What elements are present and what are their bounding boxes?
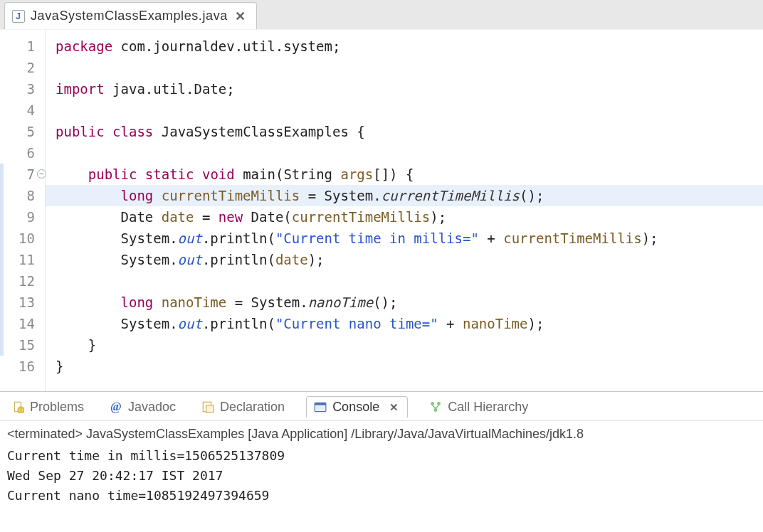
svg-rect-4 [206, 405, 214, 413]
java-file-icon: J [12, 10, 25, 23]
javadoc-icon: @ [110, 400, 122, 413]
problems-icon: ! [11, 400, 24, 413]
line-number: 6 [0, 142, 45, 164]
tab-call-hierarchy[interactable]: Call Hierarchy [425, 397, 532, 417]
tab-label: Console [332, 400, 379, 415]
code-line[interactable]: System.out.println("Current time in mill… [56, 228, 763, 249]
line-number: 15 [0, 334, 45, 356]
code-line[interactable] [56, 57, 763, 78]
code-line[interactable]: long currentTimeMillis = System.currentT… [46, 185, 763, 206]
code-line[interactable] [56, 100, 763, 121]
code-line[interactable]: } [56, 334, 763, 356]
line-number: 3 [0, 78, 45, 100]
code-line[interactable] [56, 270, 763, 292]
console-line: Current nano time=1085192497394659 [7, 486, 756, 506]
code-editor[interactable]: 1234567−8910111213141516 package com.jou… [0, 30, 763, 391]
line-number-gutter: 1234567−8910111213141516 [0, 30, 46, 391]
editor-tab[interactable]: J JavaSystemClassExamples.java ✕ [4, 2, 257, 29]
line-number: 11 [0, 249, 45, 270]
bottom-tab-bar: ! Problems @ Javadoc Declaration Console… [0, 392, 763, 421]
code-line[interactable] [56, 142, 763, 164]
declaration-icon [201, 400, 214, 413]
svg-point-7 [431, 402, 434, 405]
line-number: 7− [0, 164, 45, 185]
fold-toggle-icon[interactable]: − [37, 169, 46, 179]
code-line[interactable]: public static void main(String args[]) { [56, 164, 763, 185]
console-view[interactable]: <terminated> JavaSystemClassExamples [Ja… [0, 421, 763, 532]
tab-javadoc[interactable]: @ Javadoc [105, 397, 180, 417]
line-number: 5 [0, 121, 45, 142]
line-number: 4 [0, 100, 45, 121]
line-number: 9 [0, 206, 45, 228]
code-area[interactable]: package com.journaldev.util.system;impor… [46, 30, 763, 391]
tab-label: Call Hierarchy [448, 400, 528, 415]
bottom-panel: ! Problems @ Javadoc Declaration Console… [0, 391, 763, 532]
code-line[interactable]: System.out.println("Current nano time=" … [56, 313, 763, 334]
code-line[interactable]: import java.util.Date; [56, 78, 763, 100]
code-line[interactable]: long nanoTime = System.nanoTime(); [56, 292, 763, 313]
code-line[interactable]: System.out.println(date); [56, 249, 763, 270]
svg-text:!: ! [21, 408, 22, 413]
tab-label: Problems [30, 400, 84, 415]
tab-label: Declaration [220, 400, 285, 415]
close-icon[interactable]: ✕ [388, 401, 400, 414]
line-number: 14 [0, 313, 45, 334]
editor-tab-filename: JavaSystemClassExamples.java [31, 9, 228, 23]
svg-point-8 [437, 402, 441, 405]
tab-console[interactable]: Console ✕ [306, 396, 408, 417]
line-number: 10 [0, 228, 45, 249]
close-icon[interactable]: ✕ [233, 9, 248, 24]
line-number: 8 [0, 185, 45, 206]
editor-tab-bar: J JavaSystemClassExamples.java ✕ [0, 0, 763, 30]
console-line: Wed Sep 27 20:42:17 IST 2017 [7, 466, 756, 486]
code-line[interactable]: Date date = new Date(currentTimeMillis); [56, 206, 763, 228]
svg-rect-6 [315, 403, 326, 405]
line-number: 1 [0, 36, 45, 57]
call-hierarchy-icon [429, 400, 442, 413]
console-line: Current time in millis=1506525137809 [7, 446, 756, 466]
line-number: 16 [0, 356, 45, 377]
line-number: 13 [0, 292, 45, 313]
line-number: 12 [0, 270, 45, 292]
tab-label: Javadoc [128, 400, 176, 415]
console-output: Current time in millis=1506525137809Wed … [7, 446, 756, 506]
code-line[interactable]: } [56, 356, 763, 377]
line-number: 2 [0, 57, 45, 78]
code-line[interactable]: public class JavaSystemClassExamples { [56, 121, 763, 142]
console-launch-header: <terminated> JavaSystemClassExamples [Ja… [7, 427, 756, 442]
svg-point-9 [434, 408, 438, 412]
tab-problems[interactable]: ! Problems [7, 397, 88, 417]
tab-declaration[interactable]: Declaration [197, 397, 289, 417]
console-icon [314, 401, 327, 414]
code-line[interactable]: package com.journaldev.util.system; [56, 36, 763, 57]
